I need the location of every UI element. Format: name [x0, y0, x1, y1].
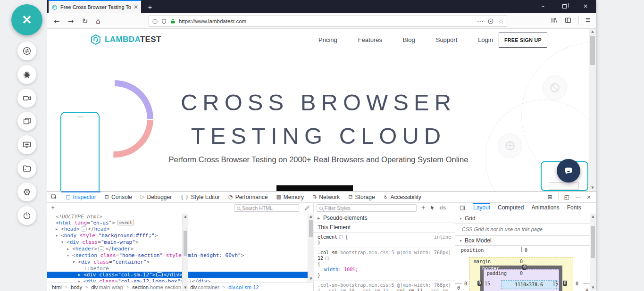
gallery-button[interactable]	[17, 112, 36, 131]
nav-link-features[interactable]: Features	[358, 36, 382, 43]
page-scrollbar[interactable]: ▲ ▼	[589, 29, 596, 191]
layout-scrollbar[interactable]: ▲ ▼	[590, 214, 596, 291]
markup-line[interactable]: ::before	[47, 266, 313, 272]
chat-widget-button[interactable]	[557, 159, 580, 183]
switch-browser-button[interactable]	[17, 42, 36, 60]
devtools-tab-network[interactable]: ⇅Network	[308, 191, 344, 202]
border-top-value[interactable]: 0	[522, 265, 527, 270]
markup-line[interactable]: <!DOCTYPE html>	[47, 214, 313, 220]
sidebar-tab-layout[interactable]: Layout	[473, 203, 490, 213]
devtools-tab-storage[interactable]: ⊟Storage	[344, 191, 379, 202]
breadcrumb-item-div.main-wrap[interactable]: div.main-wrap	[91, 284, 123, 290]
files-button[interactable]	[17, 159, 36, 178]
lambdatest-logo[interactable]: LAMBDATEST	[90, 33, 161, 46]
twisty-icon[interactable]: ▶	[78, 279, 84, 282]
scrollbar-thumb[interactable]	[591, 226, 595, 258]
add-rule-button[interactable]: +	[421, 203, 425, 213]
position-right-value[interactable]: 0	[585, 288, 588, 291]
markup-line[interactable]: ▼<body style="background:#fff;">	[47, 233, 313, 239]
sidebar-tab-fonts[interactable]: Fonts	[567, 203, 581, 213]
menu-icon[interactable]: ≡	[585, 16, 590, 25]
breadcrumb-item-section.home-section[interactable]: section.home-section	[132, 284, 181, 290]
rules-scrollbar[interactable]: ▲ ▼	[182, 214, 188, 291]
twisty-icon[interactable]: ▼	[67, 253, 72, 259]
resolution-button[interactable]	[17, 135, 36, 154]
sidebar-tab-animations[interactable]: Animations	[531, 203, 559, 213]
twisty-icon[interactable]: ▶	[78, 272, 84, 278]
tab-close-icon[interactable]: ✕	[134, 4, 138, 10]
rule-toggle-checkbox[interactable]	[325, 257, 329, 260]
scroll-down-arrow[interactable]: ▼	[590, 285, 596, 291]
devtools-tab-performance[interactable]: ◔Performance	[224, 191, 272, 202]
breadcrumb-item-div.container[interactable]: div.container	[190, 284, 219, 290]
nav-link-pricing[interactable]: Pricing	[318, 36, 337, 43]
margin-left-value[interactable]: 0	[464, 281, 467, 286]
padding-left-value[interactable]: 15	[485, 281, 490, 286]
markup-line[interactable]: ▼<div class="main-wrap">	[47, 239, 313, 246]
url-bar[interactable]: https://www.lambdatest.com ⋯ ☆	[149, 16, 507, 27]
toggle-classes-button[interactable]: .cls	[438, 205, 446, 210]
pocket-icon[interactable]	[487, 18, 494, 25]
forward-button[interactable]: →	[65, 16, 76, 27]
scroll-up-arrow[interactable]: ▲	[308, 214, 314, 220]
markup-line[interactable]: <html lang="en-us">event	[47, 220, 313, 226]
home-button[interactable]: ⌂	[92, 16, 104, 27]
window-minimize-button[interactable]: –	[533, 0, 553, 13]
start-testing-button[interactable]	[276, 185, 353, 191]
rule-toggle-checkbox[interactable]	[339, 235, 343, 239]
border-box[interactable]: border padding 0 1110×378.6	[480, 266, 562, 291]
scrollbar-thumb[interactable]	[184, 231, 187, 256]
border-left-value[interactable]: 0	[477, 281, 482, 286]
padding-top-value[interactable]: 0	[484, 271, 559, 276]
rule-source-link[interactable]: bootstrap.min.css:5 @(min-width: 768px)	[340, 250, 451, 256]
free-sign-up-button[interactable]: FREE SIGN UP	[499, 33, 547, 48]
position-top-value[interactable]: 0	[525, 248, 527, 253]
scroll-up-arrow[interactable]: ▲	[183, 214, 188, 220]
search-html-input[interactable]: Search HTML	[234, 204, 299, 212]
rule-col-sm-12[interactable]: bootstrap.min.css:5 @(min-width: 768px) …	[314, 248, 455, 281]
scrollbar-thumb[interactable]	[309, 220, 313, 237]
border-right-value[interactable]: 0	[563, 281, 567, 286]
devtools-tab-inspector[interactable]: ▢Inspector	[61, 191, 100, 202]
devtools-tab-debugger[interactable]: ▷Debugger	[136, 191, 176, 202]
markup-line[interactable]: ▼<section class="home-section" style="mi…	[47, 252, 313, 259]
twisty-icon[interactable]: ▶	[56, 226, 61, 233]
rule-col-group[interactable]: bootstrap.min.css:5 @(min-width: 768px) …	[314, 281, 455, 291]
twisty-icon[interactable]: ▼	[61, 240, 67, 246]
box-model-section-header[interactable]: ▼Box Model	[455, 236, 596, 246]
page-actions-icon[interactable]: ⋯	[477, 18, 483, 25]
pseudo-class-icon[interactable]	[430, 205, 435, 211]
window-restore-button[interactable]	[554, 0, 575, 13]
markup-line[interactable]: ▶<header>…</header>	[47, 246, 313, 252]
grid-section-header[interactable]: ▼Grid	[455, 214, 596, 224]
margin-top-value[interactable]: 0	[470, 259, 573, 264]
scroll-down-arrow[interactable]: ▼	[183, 285, 188, 291]
devtools-menu-icon[interactable]: ⋯	[575, 194, 581, 200]
markup-scrollbar[interactable]: ▲ ▼	[308, 214, 314, 282]
css-value[interactable]: 100%;	[344, 267, 358, 272]
browser-tab[interactable]: Free Cross Browser Testing Too ✕	[49, 0, 141, 13]
nav-link-login[interactable]: Login	[478, 36, 493, 43]
window-close-button[interactable]: ×	[575, 0, 596, 13]
settings-button[interactable]: ⚙	[17, 183, 36, 201]
close-session-button[interactable]: ✕	[11, 4, 42, 35]
eyedropper-icon[interactable]	[304, 205, 310, 211]
filter-styles-input[interactable]: Filter Styles	[317, 204, 417, 212]
add-node-button[interactable]: +	[51, 203, 55, 213]
rule-element[interactable]: inline element{ }	[314, 233, 455, 248]
padding-right-value[interactable]: 15	[552, 281, 558, 286]
devtools-close-icon[interactable]: ×	[586, 194, 591, 200]
markup-line[interactable]: ▼<div class="container">	[47, 259, 313, 266]
twisty-icon[interactable]: ▼	[73, 259, 78, 266]
record-video-button[interactable]	[17, 89, 36, 108]
separate-window-icon[interactable]: ◱	[564, 194, 569, 200]
nav-link-support[interactable]: Support	[436, 36, 458, 43]
position-left-value[interactable]: 0	[457, 285, 460, 291]
report-bug-button[interactable]	[17, 65, 36, 84]
css-property[interactable]: width	[324, 267, 338, 272]
padding-box[interactable]: padding 0 1110×378.6	[484, 269, 559, 291]
margin-right-value[interactable]: 0	[576, 281, 578, 286]
power-button[interactable]	[17, 206, 36, 225]
scroll-up-arrow[interactable]: ▲	[590, 214, 596, 220]
rule-source-link[interactable]: bootstrap.min.css:5 @(min-width: 768px)	[340, 283, 451, 288]
